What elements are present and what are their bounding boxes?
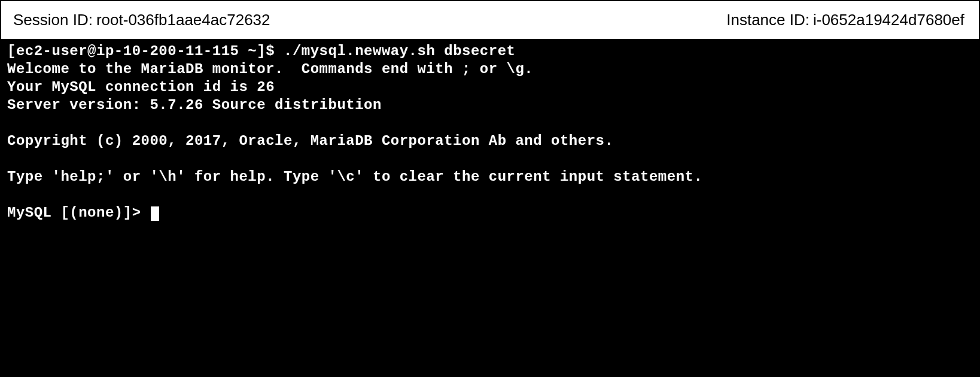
mysql-prompt: MySQL [(none)]>	[7, 205, 150, 221]
instance-id-block: Instance ID: i-0652a19424d7680ef	[726, 11, 964, 29]
terminal-blank-line	[7, 114, 973, 132]
shell-prompt: [ec2-user@ip-10-200-11-115 ~]$	[7, 43, 284, 59]
session-window: Session ID: root-036fb1aae4ac72632 Insta…	[0, 0, 980, 377]
session-id-value: root-036fb1aae4ac72632	[96, 11, 270, 29]
terminal-output-line: Server version: 5.7.26 Source distributi…	[7, 96, 973, 114]
session-header: Session ID: root-036fb1aae4ac72632 Insta…	[1, 1, 979, 39]
session-id-block: Session ID: root-036fb1aae4ac72632	[13, 11, 270, 29]
cursor-icon	[151, 206, 159, 221]
terminal-blank-line	[7, 186, 973, 204]
terminal-output-line: Type 'help;' or '\h' for help. Type '\c'…	[7, 168, 973, 186]
terminal-blank-line	[7, 150, 973, 168]
terminal-output-line: Welcome to the MariaDB monitor. Commands…	[7, 60, 973, 78]
shell-command: ./mysql.newway.sh dbsecret	[284, 43, 515, 59]
terminal-area[interactable]: [ec2-user@ip-10-200-11-115 ~]$ ./mysql.n…	[1, 39, 979, 376]
instance-id-label: Instance ID:	[726, 11, 809, 29]
session-id-label: Session ID:	[13, 11, 93, 29]
terminal-output-line: Copyright (c) 2000, 2017, Oracle, MariaD…	[7, 132, 973, 150]
terminal-output-line: MySQL [(none)]>	[7, 204, 973, 222]
terminal-output-line: [ec2-user@ip-10-200-11-115 ~]$ ./mysql.n…	[7, 42, 973, 60]
instance-id-value: i-0652a19424d7680ef	[813, 11, 964, 29]
terminal-output-line: Your MySQL connection id is 26	[7, 78, 973, 96]
